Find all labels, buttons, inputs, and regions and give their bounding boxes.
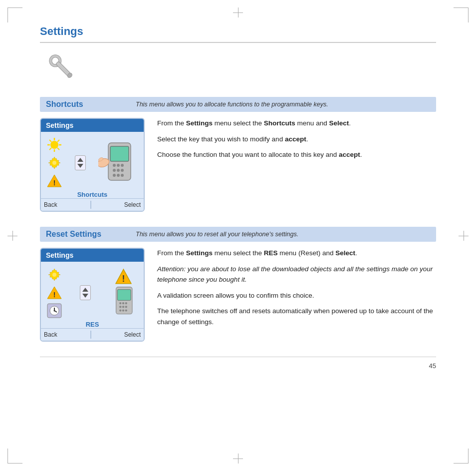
scroll-arrows (75, 155, 86, 170)
warning-icon-2: ! (46, 285, 62, 301)
shortcuts-icon-col-left: ! (46, 137, 62, 189)
corner-mark-tl (7, 7, 22, 22)
svg-line-12 (49, 148, 51, 150)
gear-icon-2 (46, 267, 62, 283)
arrow-up-icon (77, 157, 84, 162)
reset-desc: This menu allows you to reset all your t… (136, 231, 298, 238)
reset-phone-mockup: Settings (40, 248, 145, 342)
shortcuts-para-2: Select the key that you wish to modify a… (157, 134, 436, 145)
shortcuts-select-btn: Select (124, 201, 141, 208)
shortcuts-back-btn: Back (44, 201, 57, 208)
shortcuts-desc: This menu allows you to allocate functio… (136, 101, 328, 108)
svg-rect-46 (117, 290, 131, 301)
reset-phone-body: ! (41, 262, 144, 328)
shortcuts-phone-mockup: Settings (40, 118, 145, 212)
reset-para-4: The telephone switches off and resets au… (157, 306, 436, 327)
shortcuts-content: Settings (40, 118, 436, 212)
reset-phone-icons: ! (44, 264, 141, 319)
reset-content: Settings (40, 248, 436, 342)
svg-point-21 (113, 164, 116, 167)
clock-icon (46, 303, 62, 319)
svg-point-54 (122, 309, 124, 311)
reset-section: Reset Settings This menu allows you to r… (40, 227, 436, 342)
svg-marker-18 (77, 164, 83, 168)
reset-scroll-arrows (80, 285, 91, 300)
shortcuts-header: Shortcuts This menu allows you to alloca… (40, 97, 436, 112)
shortcuts-text: From the Settings menu select the Shortc… (157, 118, 436, 212)
cross-top (233, 7, 243, 17)
reset-text: From the Settings menu select the RES me… (157, 248, 436, 342)
svg-point-25 (117, 169, 120, 172)
svg-marker-42 (82, 294, 88, 298)
svg-point-24 (113, 169, 116, 172)
svg-point-4 (50, 141, 58, 149)
reset-icon-col-left: ! (46, 267, 62, 319)
shortcuts-phone-icons: ! (44, 134, 141, 189)
shortcuts-phone-label: Shortcuts (77, 191, 108, 198)
bottom-divider (40, 357, 436, 357)
svg-point-53 (119, 309, 121, 311)
svg-point-51 (122, 306, 124, 308)
shortcuts-phone-header: Settings (41, 119, 144, 132)
wrench-area (40, 50, 436, 87)
cross-bottom (233, 454, 243, 464)
svg-point-27 (113, 174, 116, 177)
page: Settings Shortcuts This menu allows you … (0, 0, 476, 471)
warning-large-icon: ! (115, 268, 132, 285)
reset-title: Reset Settings (46, 230, 126, 239)
svg-text:!: ! (53, 291, 56, 299)
svg-point-23 (121, 164, 124, 167)
svg-point-48 (122, 302, 124, 304)
svg-line-10 (57, 148, 59, 150)
phone-illustration-reset (108, 285, 138, 318)
corner-mark-tr (454, 7, 469, 22)
cross-right (459, 231, 469, 241)
svg-line-9 (49, 140, 51, 142)
svg-rect-20 (110, 146, 129, 161)
shortcuts-para-3: Choose the function that you want to all… (157, 149, 436, 160)
svg-line-11 (57, 140, 59, 142)
reset-header: Reset Settings This menu allows you to r… (40, 227, 436, 242)
svg-marker-41 (82, 288, 88, 292)
sun-icon (46, 137, 62, 153)
svg-marker-17 (77, 158, 83, 162)
warning-icon: ! (46, 173, 62, 189)
reset-phone-header: Settings (41, 249, 144, 262)
reset-para-1: From the Settings menu select the RES me… (157, 248, 436, 259)
shortcuts-section: Shortcuts This menu allows you to alloca… (40, 97, 436, 212)
corner-mark-bl (7, 449, 22, 464)
svg-text:!: ! (53, 179, 56, 187)
svg-point-33 (52, 273, 56, 277)
svg-point-29 (121, 174, 124, 177)
svg-point-26 (121, 169, 124, 172)
svg-point-28 (117, 174, 120, 177)
reset-footer-sep (90, 331, 91, 339)
svg-point-50 (119, 306, 121, 308)
svg-text:!: ! (122, 274, 125, 284)
svg-point-52 (125, 306, 127, 308)
wrench-icon (45, 50, 80, 85)
svg-point-55 (125, 309, 127, 311)
svg-point-47 (119, 302, 121, 304)
phone-illustration-shortcuts (98, 140, 138, 185)
arrow-down-icon (77, 163, 84, 168)
reset-para-2: Attention: you are about to lose all the… (157, 264, 436, 285)
gear-icon-1 (46, 155, 62, 171)
shortcuts-phone-footer: Back Select (41, 198, 144, 211)
reset-select-btn: Select (124, 331, 141, 338)
reset-phone-footer: Back Select (41, 328, 144, 341)
reset-right-icons: ! (108, 268, 138, 318)
reset-para-3: A validation screen allows you to confir… (157, 290, 436, 301)
cross-left (7, 231, 17, 241)
page-number: 45 (40, 362, 436, 370)
shortcuts-title: Shortcuts (46, 100, 126, 109)
svg-point-40 (54, 310, 55, 312)
reset-back-btn: Back (44, 331, 57, 338)
reset-arrow-up-icon (82, 287, 89, 292)
svg-point-22 (117, 164, 120, 167)
page-title: Settings (40, 25, 436, 43)
shortcuts-phone-body: ! (41, 132, 144, 198)
corner-mark-br (454, 449, 469, 464)
reset-arrow-down-icon (82, 293, 89, 298)
shortcuts-para-1: From the Settings menu select the Shortc… (157, 118, 436, 129)
